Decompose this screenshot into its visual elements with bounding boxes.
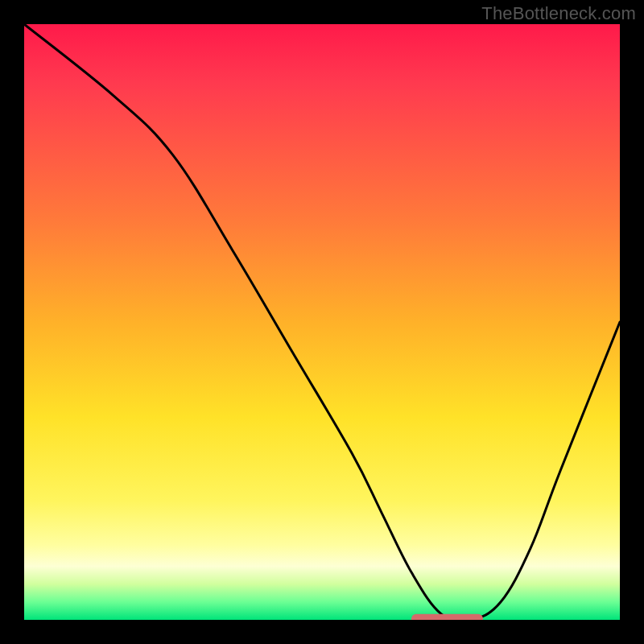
optimal-range-marker (411, 614, 483, 620)
plot-area (24, 24, 620, 620)
bottleneck-curve-path (24, 24, 620, 620)
bottleneck-curve (24, 24, 620, 620)
watermark-text: TheBottleneck.com (481, 3, 636, 24)
chart-canvas: TheBottleneck.com (0, 0, 644, 644)
